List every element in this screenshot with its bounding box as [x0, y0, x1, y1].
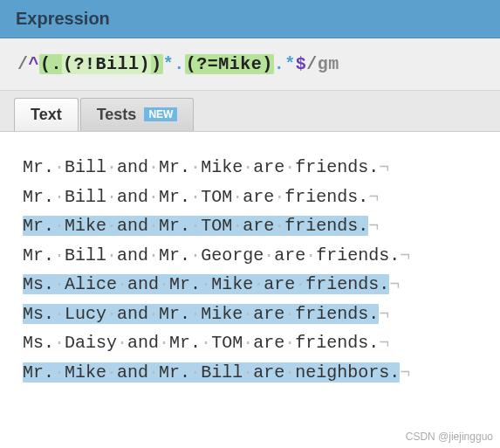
whitespace-dot-icon: [284, 362, 295, 383]
expression-area[interactable]: /^(.(?!Bill))*.(?=Mike).*$/gm: [0, 38, 500, 91]
whitespace-dot-icon: [106, 245, 117, 265]
eol-marker-icon: ¬: [379, 333, 389, 353]
whitespace-dot-icon: [106, 362, 117, 383]
text-segment: Mr. Bill and Mr. TOM are friends.: [23, 187, 368, 207]
whitespace-dot-icon: [159, 274, 169, 294]
group-1-lookahead: (?!Bill): [62, 54, 151, 74]
group-2-lookahead: (?=Mike): [185, 54, 274, 74]
tab-text[interactable]: Text: [14, 98, 79, 131]
eol-marker-icon: ¬: [389, 274, 400, 294]
whitespace-dot-icon: [190, 157, 201, 177]
watermark: CSDN @jiejingguo: [406, 431, 493, 443]
whitespace-dot-icon: [274, 187, 284, 207]
whitespace-dot-icon: [201, 333, 211, 353]
whitespace-dot-icon: [106, 216, 117, 236]
whitespace-dot-icon: [54, 157, 65, 177]
text-line: Mr. Mike and Mr. Bill are neighbors.¬: [23, 358, 477, 388]
whitespace-dot-icon: [243, 362, 253, 383]
open-delimiter: /: [17, 54, 29, 74]
text-line: Mr. Mike and Mr. TOM are friends.¬: [23, 211, 477, 241]
whitespace-dot-icon: [284, 304, 295, 324]
whitespace-dot-icon: [54, 245, 65, 265]
quantifier-star-2: *: [284, 54, 296, 74]
whitespace-dot-icon: [190, 187, 201, 207]
tabs-bar: Text Tests NEW: [0, 91, 500, 132]
whitespace-dot-icon: [243, 304, 253, 324]
whitespace-dot-icon: [253, 274, 264, 294]
whitespace-dot-icon: [190, 304, 201, 324]
whitespace-dot-icon: [54, 187, 65, 207]
whitespace-dot-icon: [148, 157, 159, 177]
dot-mid: .: [174, 54, 185, 74]
eol-marker-icon: ¬: [368, 216, 379, 236]
whitespace-dot-icon: [243, 157, 253, 177]
whitespace-dot-icon: [201, 274, 211, 294]
whitespace-dot-icon: [148, 216, 159, 236]
group-1: (.(?!Bill)): [39, 54, 163, 74]
whitespace-dot-icon: [190, 216, 201, 236]
whitespace-dot-icon: [232, 187, 243, 207]
whitespace-dot-icon: [54, 216, 65, 236]
text-line: Mr. Bill and Mr. TOM are friends.¬: [23, 183, 477, 212]
whitespace-dot-icon: [106, 304, 117, 324]
eol-marker-icon: ¬: [400, 362, 410, 383]
whitespace-dot-icon: [148, 304, 159, 324]
anchor-start: ^: [29, 54, 40, 74]
header-bar: Expression: [0, 0, 500, 38]
text-line: Mr. Bill and Mr. Mike are friends.¬: [23, 153, 477, 183]
whitespace-dot-icon: [106, 157, 117, 177]
tab-tests-label: Tests: [97, 106, 137, 123]
whitespace-dot-icon: [243, 333, 253, 353]
text-segment: Mr. Bill and Mr. Mike are friends.: [23, 157, 379, 177]
whitespace-dot-icon: [284, 333, 295, 353]
eol-marker-icon: ¬: [379, 304, 389, 324]
text-area[interactable]: Mr. Bill and Mr. Mike are friends.¬Mr. B…: [0, 132, 500, 408]
tab-tests-badge: NEW: [144, 107, 177, 121]
close-delimiter: /: [306, 54, 318, 74]
dot-tail: .: [274, 54, 285, 74]
eol-marker-icon: ¬: [400, 245, 410, 265]
whitespace-dot-icon: [284, 157, 295, 177]
whitespace-dot-icon: [190, 362, 201, 383]
eol-marker-icon: ¬: [379, 157, 389, 177]
whitespace-dot-icon: [54, 333, 65, 353]
whitespace-dot-icon: [305, 245, 316, 265]
whitespace-dot-icon: [54, 274, 65, 294]
text-line: Ms. Daisy and Mr. TOM are friends.¬: [23, 328, 477, 358]
text-line: Ms. Alice and Mr. Mike are friends.¬: [23, 270, 477, 300]
match-segment: Ms. Alice and Mr. Mike are friends.: [23, 274, 389, 294]
regex-expression: /^(.(?!Bill))*.(?=Mike).*$/gm: [17, 54, 339, 74]
whitespace-dot-icon: [117, 333, 127, 353]
whitespace-dot-icon: [264, 245, 274, 265]
header-title: Expression: [16, 9, 484, 29]
text-segment: Ms. Daisy and Mr. TOM are friends.: [23, 333, 379, 353]
text-line: Ms. Lucy and Mr. Mike are friends.¬: [23, 300, 477, 329]
regex-flags: gm: [318, 54, 339, 74]
whitespace-dot-icon: [159, 333, 169, 353]
quantifier-star-1: *: [163, 54, 175, 74]
whitespace-dot-icon: [54, 362, 65, 383]
whitespace-dot-icon: [274, 216, 284, 236]
whitespace-dot-icon: [117, 274, 127, 294]
whitespace-dot-icon: [54, 304, 65, 324]
text-line: Mr. Bill and Mr. George are friends.¬: [23, 241, 477, 271]
match-segment: Ms. Lucy and Mr. Mike are friends.: [23, 304, 379, 324]
tab-tests[interactable]: Tests NEW: [80, 98, 195, 131]
eol-marker-icon: ¬: [368, 187, 379, 207]
whitespace-dot-icon: [295, 274, 305, 294]
match-segment: Mr. Mike and Mr. TOM are friends.: [23, 216, 368, 236]
whitespace-dot-icon: [106, 187, 117, 207]
anchor-end: $: [296, 54, 307, 74]
whitespace-dot-icon: [190, 245, 201, 265]
whitespace-dot-icon: [148, 362, 159, 383]
match-segment: Mr. Mike and Mr. Bill are neighbors.: [23, 362, 400, 383]
whitespace-dot-icon: [148, 187, 159, 207]
text-segment: Mr. Bill and Mr. George are friends.: [23, 245, 400, 265]
whitespace-dot-icon: [232, 216, 243, 236]
whitespace-dot-icon: [148, 245, 159, 265]
